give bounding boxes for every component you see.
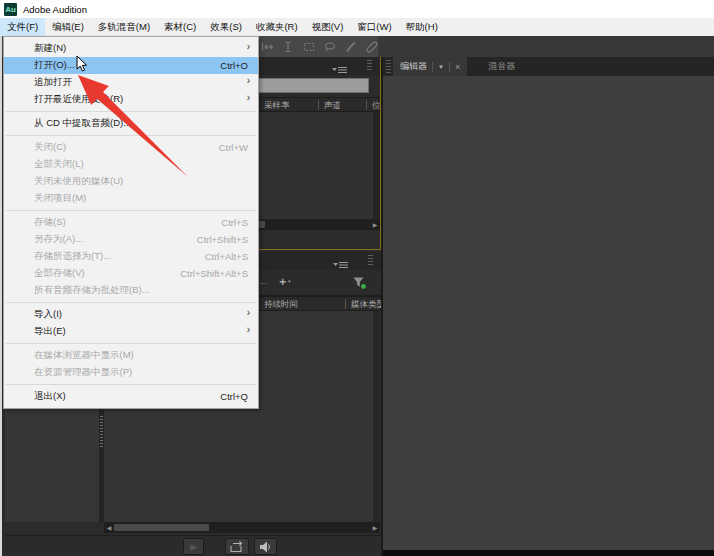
menu-item-label: 所有音频存储为批处理(B)...: [34, 284, 248, 297]
menu-item-label: 从 CD 中提取音频(D)...: [34, 117, 248, 130]
tab-close-icon[interactable]: ×: [455, 62, 460, 72]
menu-item-save-as[interactable]: 另存为(A)...Ctrl+Shift+S: [4, 231, 258, 248]
paintbrush-tool-icon[interactable]: [344, 40, 358, 54]
menu-shortcut: Ctrl+S: [221, 217, 248, 228]
panel-grip[interactable]: [367, 60, 372, 72]
tab-mixer-label: 混音器: [488, 60, 515, 73]
panel-menu-icon[interactable]: [332, 61, 348, 79]
column-sample-rate[interactable]: 采样率: [258, 100, 290, 112]
tab-dropdown-icon[interactable]: ▼: [438, 64, 444, 70]
tab-mixer[interactable]: 混音器: [481, 57, 522, 76]
menu-item-label: 打开最近使用文件(R): [34, 93, 248, 106]
marquee-selection-tool-icon[interactable]: [302, 40, 316, 54]
menubar-item-file[interactable]: 文件(F): [0, 18, 45, 36]
menu-item-open-recent[interactable]: 打开最近使用文件(R)›: [4, 91, 258, 108]
menubar-item-clip[interactable]: 素材(C): [157, 18, 203, 36]
menu-item-label: 全部存储(V): [34, 267, 172, 280]
dropdown-glyph: ▾: [288, 278, 291, 284]
menu-bar: 文件(F) 编辑(E) 多轨混音(M) 素材(C) 效果(S) 收藏夹(R) 视…: [0, 18, 714, 36]
file-menu-popup: 新建(N)› 打开(O)...Ctrl+O 追加打开› 打开最近使用文件(R)›…: [3, 36, 259, 409]
scroll-left-icon[interactable]: ◀: [104, 524, 114, 531]
editor-bottom-strip: [383, 550, 714, 556]
menu-separator: [6, 111, 256, 112]
menu-item-append-open[interactable]: 追加打开›: [4, 74, 258, 91]
spot-healing-brush-tool-icon[interactable]: [365, 40, 379, 54]
tab-editor[interactable]: 编辑器 ▼ ×: [393, 57, 467, 76]
tab-editor-label: 编辑器: [400, 60, 427, 73]
back-icon[interactable]: ←: [258, 275, 269, 287]
menu-separator: [6, 210, 256, 211]
menu-separator: [6, 302, 256, 303]
scrollbar-thumb[interactable]: [114, 524, 209, 531]
menu-item-new[interactable]: 新建(N)›: [4, 40, 258, 57]
submenu-arrow-icon: ›: [247, 41, 250, 52]
menu-item-reveal-in-explorer[interactable]: 在资源管理器中显示(P): [4, 364, 258, 381]
menu-shortcut: Ctrl+Shift+S: [197, 234, 248, 245]
lasso-selection-tool-icon[interactable]: [323, 40, 337, 54]
menu-item-close-session[interactable]: 关闭项目(M): [4, 190, 258, 207]
panel-grip[interactable]: [368, 255, 373, 267]
menu-item-reveal-in-media-browser[interactable]: 在媒体浏览器中显示(M): [4, 347, 258, 364]
menu-item-label: 导出(E): [34, 325, 248, 338]
menu-item-import[interactable]: 导入(I)›: [4, 306, 258, 323]
menu-item-extract-cd[interactable]: 从 CD 中提取音频(D)...: [4, 115, 258, 132]
slip-tool-icon[interactable]: [260, 40, 274, 54]
plus-glyph: ＋: [277, 275, 288, 287]
menu-item-close[interactable]: 关闭(C)Ctrl+W: [4, 139, 258, 156]
submenu-arrow-icon: ›: [247, 75, 250, 86]
menu-item-export[interactable]: 导出(E)›: [4, 323, 258, 340]
media-vertical-scrollbar[interactable]: [373, 311, 380, 522]
menu-shortcut: Ctrl+O: [220, 60, 248, 71]
media-horizontal-scrollbar[interactable]: ◀ ▶: [104, 522, 380, 533]
menu-item-close-unused-media[interactable]: 关闭未使用的媒体(U): [4, 173, 258, 190]
adobe-audition-window: Au Adobe Audition 文件(F) 编辑(E) 多轨混音(M) 素材…: [0, 0, 714, 556]
menu-item-save-all-audio-batch[interactable]: 所有音频存储为批处理(B)...: [4, 282, 258, 299]
column-duration[interactable]: 持续时间: [258, 299, 298, 311]
menubar-item-effects[interactable]: 效果(S): [203, 18, 249, 36]
column-bit-depth[interactable]: 位: [366, 100, 381, 112]
menu-item-label: 导入(I): [34, 308, 248, 321]
time-selection-tool-icon[interactable]: [281, 40, 295, 54]
submenu-arrow-icon: ›: [247, 324, 250, 335]
auto-play-speaker-button[interactable]: [254, 538, 277, 555]
scroll-right-icon[interactable]: ▶: [370, 524, 380, 531]
editor-tab-row: 编辑器 ▼ × 混音器: [383, 57, 714, 76]
menubar-item-edit[interactable]: 编辑(E): [45, 18, 91, 36]
menu-item-label: 退出(X): [34, 390, 212, 403]
menu-item-save-selection-as[interactable]: 存储所选择为(T)...Ctrl+Alt+S: [4, 248, 258, 265]
menu-item-label: 新建(N): [34, 42, 248, 55]
menubar-item-multitrack[interactable]: 多轨混音(M): [91, 18, 157, 36]
menu-separator: [6, 343, 256, 344]
scroll-right-icon[interactable]: ▶: [370, 221, 380, 228]
menu-item-save-all[interactable]: 全部存储(V)Ctrl+Shift+Alt+S: [4, 265, 258, 282]
add-icon[interactable]: ＋▾: [277, 274, 291, 289]
menu-item-save[interactable]: 存储(S)Ctrl+S: [4, 214, 258, 231]
menu-item-close-all[interactable]: 全部关闭(L): [4, 156, 258, 173]
menu-item-label: 存储(S): [34, 216, 213, 229]
menu-item-label: 在媒体浏览器中显示(M): [34, 349, 248, 362]
menu-item-label: 在资源管理器中显示(P): [34, 366, 248, 379]
menu-item-label: 关闭(C): [34, 141, 211, 154]
dock-grip[interactable]: [386, 60, 391, 73]
play-button[interactable]: ▶: [183, 538, 204, 555]
tab-separator: [449, 62, 450, 72]
menu-shortcut: Ctrl+W: [219, 142, 248, 153]
files-vertical-scrollbar[interactable]: [373, 112, 380, 219]
media-transport-bar: ▶: [5, 535, 381, 556]
menu-item-exit[interactable]: 退出(X)Ctrl+Q: [4, 388, 258, 405]
splitter-grip[interactable]: [100, 416, 103, 448]
column-media-type[interactable]: 媒体类型: [345, 299, 385, 311]
menubar-item-favorites[interactable]: 收藏夹(R): [249, 18, 305, 36]
title-bar: Au Adobe Audition: [0, 0, 714, 18]
loop-button[interactable]: [225, 538, 249, 555]
filter-icon[interactable]: [352, 276, 367, 294]
menubar-item-view[interactable]: 视图(V): [305, 18, 351, 36]
editor-empty-area: [383, 76, 714, 550]
menu-item-open[interactable]: 打开(O)...Ctrl+O: [4, 57, 258, 74]
column-channels[interactable]: 声道: [318, 100, 341, 112]
editor-dock: 编辑器 ▼ × 混音器: [381, 57, 714, 556]
menubar-item-help[interactable]: 帮助(H): [399, 18, 445, 36]
menubar-item-window[interactable]: 窗口(W): [350, 18, 398, 36]
submenu-arrow-icon: ›: [247, 92, 250, 103]
menu-item-label: 存储所选择为(T)...: [34, 250, 197, 263]
